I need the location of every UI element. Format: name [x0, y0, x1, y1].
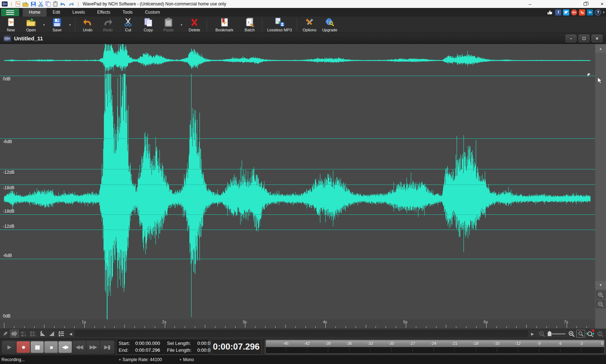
facebook-icon[interactable]: f — [555, 9, 561, 15]
save-button[interactable]: Save — [47, 17, 67, 33]
svg-text:L: L — [25, 332, 26, 334]
qat-new-icon[interactable] — [15, 1, 20, 7]
cut-button[interactable]: Cut — [118, 17, 138, 33]
like-icon[interactable] — [547, 9, 553, 15]
gridline-0db-top — [0, 76, 595, 76]
lossless-mp3-button[interactable]: ♪ Lossless MP3 — [264, 17, 295, 33]
qat-paste-icon[interactable] — [53, 1, 58, 7]
wavepad-logo-icon — [2, 1, 8, 6]
list-icon — [58, 331, 65, 337]
db-label: 0dB — [3, 314, 10, 319]
scroll-down-button[interactable]: ▼ — [595, 281, 606, 289]
magnifier-minus-icon — [539, 331, 545, 337]
delete-button[interactable]: Delete — [184, 17, 205, 33]
open-dropdown-caret[interactable]: ▾ — [41, 17, 47, 33]
draw-tool-button[interactable] — [1, 329, 9, 338]
delete-icon — [190, 18, 199, 27]
qat-open-icon[interactable] — [22, 1, 28, 7]
document-title-bar[interactable]: Untitled_11 – × — [0, 33, 606, 44]
tab-effects[interactable]: Effects — [91, 8, 116, 17]
tab-custom[interactable]: Custom — [139, 8, 166, 17]
ramp-up-icon — [40, 331, 45, 337]
wave-stereo-view-button[interactable]: LR — [29, 329, 38, 338]
meter-scale-label: -30 — [388, 341, 394, 346]
horizontal-scrollbar-track[interactable] — [75, 330, 528, 337]
copy-icon — [144, 18, 153, 27]
bookmark-button[interactable]: Bookmark — [209, 17, 240, 33]
meter-scale-label: -9 — [537, 341, 541, 346]
stop-button[interactable]: ■ — [44, 341, 58, 353]
batch-button[interactable]: ♪ Batch — [240, 17, 260, 33]
rewind-button[interactable]: ◀◀ — [73, 341, 86, 353]
cut-label: Cut — [125, 28, 131, 32]
meter-divider — [476, 347, 476, 353]
doc-close-button[interactable]: × — [592, 35, 602, 42]
sample-rate-selector[interactable]: ▾ Sample Rate: 44100 — [119, 357, 162, 362]
fast-forward-button[interactable]: ▶▶ — [87, 341, 100, 353]
play-button[interactable]: ▶ — [3, 341, 16, 353]
qat-cut-icon[interactable] — [38, 1, 43, 7]
main-menu-button[interactable] — [1, 9, 19, 16]
window-close-button[interactable]: × — [596, 0, 606, 8]
zoom-full-vertical-button[interactable] — [596, 330, 605, 338]
zoom-out-button[interactable] — [537, 330, 546, 338]
copy-button[interactable]: Copy — [138, 17, 158, 33]
wave-left-right-view-button[interactable]: LR — [19, 329, 28, 338]
record-button[interactable]: ● — [17, 341, 30, 353]
doc-minimize-button[interactable]: – — [566, 35, 576, 42]
end-of-file-marker[interactable] — [588, 74, 590, 76]
window-minimize-button[interactable]: – — [524, 0, 536, 8]
undo-button[interactable]: Undo — [78, 17, 98, 33]
ruler-label: 1s — [82, 320, 86, 324]
scroll-left-button[interactable]: ◀ — [67, 330, 74, 337]
google-plus-icon[interactable]: G+ — [571, 9, 577, 15]
tab-home[interactable]: Home — [23, 8, 47, 17]
scrub-button[interactable]: ◀● — [58, 341, 72, 353]
toolbar-separator — [75, 18, 75, 31]
main-waveform-canvas[interactable] — [0, 74, 595, 319]
options-button[interactable]: Options — [299, 17, 320, 33]
zoom-full-horizontal-button[interactable] — [586, 330, 594, 338]
tab-edit[interactable]: Edit — [47, 8, 66, 17]
wave-mono-view-button[interactable]: + — [10, 329, 19, 338]
channels-selector[interactable]: ▾ Mono — [180, 357, 194, 362]
twitter-icon[interactable] — [563, 9, 569, 15]
window-restore-button[interactable] — [579, 0, 591, 8]
qat-redo-icon[interactable] — [68, 1, 74, 7]
tab-tools[interactable]: Tools — [117, 8, 139, 17]
pause-button[interactable]: ▮▮ — [31, 341, 44, 353]
meter-scale-label: -21 — [452, 341, 457, 346]
fade-in-envelope-button[interactable] — [38, 329, 47, 338]
scroll-right-button[interactable]: ▶ — [529, 330, 536, 337]
vertical-zoom-out-button[interactable] — [596, 300, 606, 308]
bookmark-list-button[interactable] — [57, 329, 66, 338]
linkedin-icon[interactable]: in — [587, 9, 593, 15]
zoom-slider-thumb[interactable] — [548, 331, 552, 336]
paste-button[interactable]: Paste — [158, 17, 179, 33]
tab-levels[interactable]: Levels — [66, 8, 91, 17]
scroll-up-button[interactable]: ▲ — [595, 45, 606, 53]
zoom-to-selection-button[interactable] — [576, 330, 585, 338]
overview-waveform-canvas[interactable] — [0, 44, 595, 74]
go-to-end-button[interactable]: ▶▮ — [100, 341, 114, 353]
vertical-zoom-in-button[interactable] — [596, 290, 606, 299]
level-meter: -45-42-39-36-33-30-27-24-21-18-15-12-9-6… — [265, 339, 605, 354]
doc-maximize-button[interactable] — [579, 35, 589, 42]
zoom-in-button[interactable] — [567, 330, 576, 338]
help-dropdown-caret[interactable]: ▾ — [603, 10, 605, 14]
paste-dropdown-caret[interactable]: ▾ — [179, 17, 184, 33]
new-button[interactable]: New — [1, 17, 21, 33]
save-dropdown-caret[interactable]: ▾ — [67, 17, 73, 33]
open-button[interactable]: Open — [21, 17, 41, 33]
meter-divider — [560, 347, 561, 353]
help-icon[interactable]: ? — [595, 9, 601, 15]
qat-undo-icon[interactable] — [60, 1, 66, 7]
fade-out-envelope-button[interactable] — [48, 329, 56, 338]
magnifier-box-icon — [578, 331, 584, 337]
qat-copy-icon[interactable] — [45, 1, 51, 7]
upgrade-button[interactable]: Upgrade — [320, 17, 340, 33]
vertical-scrollbar[interactable]: ▲ ▼ — [595, 44, 606, 329]
qat-save-icon[interactable] — [31, 1, 36, 7]
stumbleupon-icon[interactable] — [579, 9, 585, 15]
redo-button[interactable]: Redo — [98, 17, 118, 33]
